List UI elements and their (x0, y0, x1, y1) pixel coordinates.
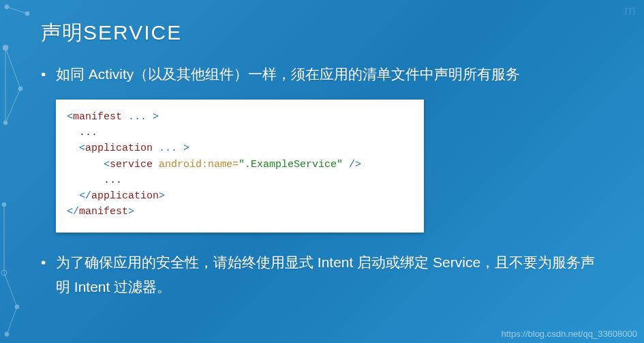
slide-content: 声明SERVICE 如同 Activity（以及其他组件）一样，须在应用的清单文… (0, 0, 644, 331)
code-attr: android:name= (159, 159, 239, 170)
code-bracket: </ (67, 190, 91, 202)
code-tag: application (85, 143, 153, 154)
code-tag: manifest (79, 206, 128, 218)
code-text: ... (67, 175, 122, 186)
svg-point-14 (5, 332, 9, 336)
code-bracket: < (67, 159, 110, 170)
bullet-item: 为了确保应用的安全性，请始终使用显式 Intent 启动或绑定 Service，… (41, 250, 603, 301)
code-text: ... > (153, 143, 189, 154)
code-bracket: < (67, 111, 73, 123)
code-text (153, 159, 159, 170)
code-tag: application (91, 190, 159, 202)
code-bracket: </ (67, 206, 79, 218)
code-snippet: <manifest ... > ... <application ... > <… (56, 100, 424, 233)
title-latin: SERVICE (83, 21, 182, 44)
code-tag: service (110, 159, 153, 170)
bullet-item: 如同 Activity（以及其他组件）一样，须在应用的清单文件中声明所有服务 (41, 62, 603, 87)
code-text: ... (67, 127, 97, 138)
slide-title: 声明SERVICE (41, 19, 603, 47)
bullet-list: 如同 Activity（以及其他组件）一样，须在应用的清单文件中声明所有服务 (41, 62, 603, 87)
bullet-list: 为了确保应用的安全性，请始终使用显式 Intent 启动或绑定 Service，… (41, 250, 603, 301)
code-string: ".ExampleService" (239, 159, 343, 170)
watermark-text: https://blog.csdn.net/qq_33608000 (502, 329, 638, 339)
code-text: > (128, 206, 134, 218)
code-text: > (159, 190, 165, 202)
title-cn: 声明 (41, 21, 83, 44)
code-text: ... > (122, 111, 159, 123)
code-tag: manifest (73, 111, 122, 123)
code-bracket: < (67, 143, 85, 154)
code-text: /> (343, 159, 361, 170)
